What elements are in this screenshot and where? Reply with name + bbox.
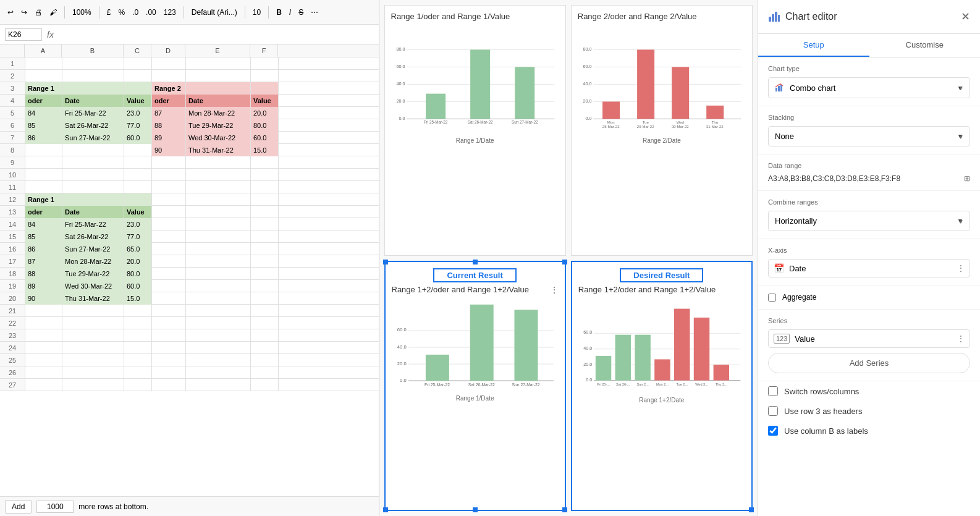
cell-27-C[interactable] bbox=[124, 379, 152, 391]
switch-rows-cols-checkbox[interactable] bbox=[768, 386, 778, 396]
cell-21-C[interactable] bbox=[124, 305, 152, 317]
row-num-22[interactable]: 22 bbox=[0, 317, 25, 329]
cell-11-A[interactable] bbox=[25, 181, 62, 193]
use-row3-headers-checkbox[interactable] bbox=[768, 406, 778, 416]
cell-15-C[interactable]: 77.0 bbox=[124, 231, 152, 243]
cell-25-A[interactable] bbox=[25, 354, 62, 366]
cell-18-B[interactable]: Tue 29-Mar-22 bbox=[62, 268, 124, 280]
cell-9-C[interactable] bbox=[124, 156, 152, 169]
cell-5-B[interactable]: Fri 25-Mar-22 bbox=[62, 107, 124, 119]
font-select[interactable]: Default (Ari...) bbox=[189, 7, 240, 18]
cell-27-A[interactable] bbox=[25, 379, 62, 391]
cell-15-D[interactable] bbox=[152, 231, 186, 243]
cell-7-D[interactable]: 89 bbox=[152, 132, 186, 144]
cell-12-D[interactable] bbox=[152, 193, 186, 206]
cell-8-D[interactable]: 90 bbox=[152, 144, 186, 156]
row-num-4[interactable]: 4 bbox=[0, 95, 25, 107]
cell-15-F[interactable] bbox=[251, 231, 279, 243]
row-num-21[interactable]: 21 bbox=[0, 305, 25, 317]
cell-1-C[interactable] bbox=[124, 57, 152, 70]
row-num-11[interactable]: 11 bbox=[0, 181, 25, 193]
cell-26-B[interactable] bbox=[62, 366, 124, 379]
cell-16-F[interactable] bbox=[251, 243, 279, 255]
cell-3-B[interactable] bbox=[62, 82, 124, 95]
selection-handle-tl[interactable] bbox=[383, 260, 388, 264]
cell-18-A[interactable]: 88 bbox=[25, 268, 62, 280]
format-btn[interactable]: 123 bbox=[161, 7, 179, 18]
col-header-A[interactable]: A bbox=[25, 44, 62, 57]
cell-14-B[interactable]: Fri 25-Mar-22 bbox=[62, 218, 124, 231]
cell-12-A[interactable]: Range 1 bbox=[25, 193, 62, 206]
cell-26-C[interactable] bbox=[124, 366, 152, 379]
series-row[interactable]: 123 Value ⋮ bbox=[768, 329, 970, 348]
cell-2-F[interactable] bbox=[251, 70, 279, 82]
cell-9-B[interactable] bbox=[62, 156, 124, 169]
cell-19-A[interactable]: 89 bbox=[25, 280, 62, 292]
cell-13-B[interactable]: Date bbox=[62, 206, 124, 218]
row-num-16[interactable]: 16 bbox=[0, 243, 25, 255]
series-more-icon[interactable]: ⋮ bbox=[957, 334, 965, 343]
cell-4-C[interactable]: Value bbox=[124, 95, 152, 107]
cell-17-B[interactable]: Mon 28-Mar-22 bbox=[62, 255, 124, 268]
cell-12-C[interactable] bbox=[124, 193, 152, 206]
row-num-15[interactable]: 15 bbox=[0, 231, 25, 243]
cell-20-E[interactable] bbox=[186, 292, 251, 305]
row-num-2[interactable]: 2 bbox=[0, 70, 25, 82]
cell-8-F[interactable]: 15.0 bbox=[251, 144, 279, 156]
cell-24-A[interactable] bbox=[25, 342, 62, 354]
cell-4-E[interactable]: Date bbox=[186, 95, 251, 107]
cell-1-D[interactable] bbox=[152, 57, 186, 70]
cell-27-D[interactable] bbox=[152, 379, 186, 391]
percent-btn[interactable]: % bbox=[116, 7, 127, 18]
cell-1-B[interactable] bbox=[62, 57, 124, 70]
cell-1-F[interactable] bbox=[251, 57, 279, 70]
cell-18-D[interactable] bbox=[152, 268, 186, 280]
add-series-button[interactable]: Add Series bbox=[768, 353, 970, 373]
cell-7-F[interactable]: 60.0 bbox=[251, 132, 279, 144]
cell-12-E[interactable] bbox=[186, 193, 251, 206]
col-header-B[interactable]: B bbox=[62, 44, 124, 57]
add-rows-input[interactable] bbox=[36, 501, 74, 513]
cell-26-F[interactable] bbox=[251, 366, 279, 379]
cell-17-C[interactable]: 20.0 bbox=[124, 255, 152, 268]
row-num-12[interactable]: 12 bbox=[0, 193, 25, 206]
cell-22-D[interactable] bbox=[152, 317, 186, 329]
row-num-20[interactable]: 20 bbox=[0, 292, 25, 305]
row-num-27[interactable]: 27 bbox=[0, 379, 25, 391]
cell-11-C[interactable] bbox=[124, 181, 152, 193]
cell-26-E[interactable] bbox=[186, 366, 251, 379]
aggregate-checkbox[interactable] bbox=[768, 294, 776, 302]
row-num-25[interactable]: 25 bbox=[0, 354, 25, 366]
cell-17-E[interactable] bbox=[186, 255, 251, 268]
cell-2-E[interactable] bbox=[186, 70, 251, 82]
cell-11-E[interactable] bbox=[186, 181, 251, 193]
cell-21-E[interactable] bbox=[186, 305, 251, 317]
cell-24-E[interactable] bbox=[186, 342, 251, 354]
cell-13-D[interactable] bbox=[152, 206, 186, 218]
cell-14-C[interactable]: 23.0 bbox=[124, 218, 152, 231]
cell-14-F[interactable] bbox=[251, 218, 279, 231]
cell-9-E[interactable] bbox=[186, 156, 251, 169]
cell-13-E[interactable] bbox=[186, 206, 251, 218]
cell-23-C[interactable] bbox=[124, 329, 152, 342]
cell-17-D[interactable] bbox=[152, 255, 186, 268]
cell-24-D[interactable] bbox=[152, 342, 186, 354]
cell-7-B[interactable]: Sun 27-Mar-22 bbox=[62, 132, 124, 144]
row-num-23[interactable]: 23 bbox=[0, 329, 25, 342]
cell-10-B[interactable] bbox=[62, 169, 124, 181]
cell-10-C[interactable] bbox=[124, 169, 152, 181]
chart-editor-close-button[interactable]: ✕ bbox=[961, 10, 970, 23]
cell-15-B[interactable]: Sat 26-Mar-22 bbox=[62, 231, 124, 243]
cell-20-B[interactable]: Thu 31-Mar-22 bbox=[62, 292, 124, 305]
zoom-select[interactable]: 100% bbox=[70, 7, 94, 18]
cell-16-E[interactable] bbox=[186, 243, 251, 255]
cell-6-E[interactable]: Tue 29-Mar-22 bbox=[186, 119, 251, 132]
print-btn[interactable]: 🖨 bbox=[32, 7, 44, 18]
cell-18-F[interactable] bbox=[251, 268, 279, 280]
cell-2-A[interactable] bbox=[25, 70, 62, 82]
cell-27-E[interactable] bbox=[186, 379, 251, 391]
cell-23-A[interactable] bbox=[25, 329, 62, 342]
cell-15-E[interactable] bbox=[186, 231, 251, 243]
cell-4-F[interactable]: Value bbox=[251, 95, 279, 107]
cell-6-A[interactable]: 85 bbox=[25, 119, 62, 132]
